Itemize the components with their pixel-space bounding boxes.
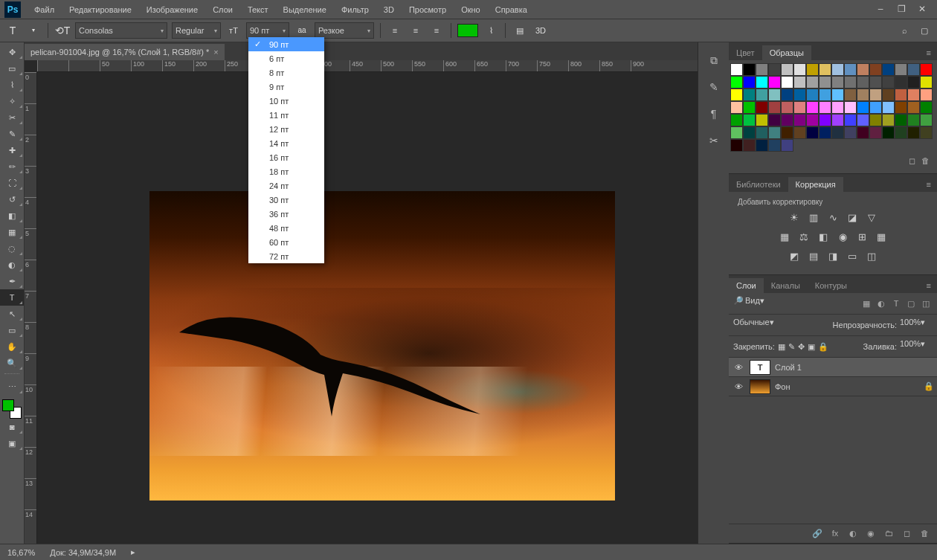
- font-size-option[interactable]: 36 пт: [248, 207, 324, 221]
- swatch[interactable]: [819, 63, 831, 76]
- panel-menu-icon[interactable]: ≡: [921, 278, 937, 293]
- color-chips[interactable]: [2, 399, 22, 419]
- tool-preset-arrow[interactable]: ▾: [25, 22, 42, 39]
- swatch[interactable]: [806, 101, 819, 114]
- swatch[interactable]: [907, 101, 920, 114]
- swatch[interactable]: [768, 63, 781, 76]
- swatch[interactable]: [756, 114, 768, 126]
- swatch[interactable]: [907, 126, 920, 139]
- threshold-icon[interactable]: ◨: [825, 249, 840, 263]
- blend-mode-combo[interactable]: Обычные▾: [733, 318, 830, 332]
- tab-channels[interactable]: Каналы: [764, 278, 808, 293]
- swatch[interactable]: [844, 88, 857, 101]
- marquee-tool[interactable]: ▭: [0, 60, 24, 77]
- layer-name[interactable]: Фон: [775, 382, 791, 391]
- align-left-icon[interactable]: ≡: [387, 22, 403, 39]
- layer-thumbnail[interactable]: T: [750, 360, 770, 375]
- menu-3d[interactable]: 3D: [376, 2, 402, 17]
- swatch[interactable]: [743, 101, 756, 114]
- type-tool[interactable]: T: [0, 289, 24, 306]
- exposure-icon[interactable]: ◪: [845, 210, 860, 224]
- swatch[interactable]: [844, 101, 857, 114]
- stamp-tool[interactable]: ⛶: [0, 175, 24, 191]
- swatch[interactable]: [907, 76, 920, 88]
- swatch[interactable]: [882, 114, 895, 126]
- font-size-option[interactable]: 90 пт: [248, 37, 324, 51]
- delete-swatch-icon[interactable]: 🗑: [921, 156, 930, 166]
- group-icon[interactable]: 🗀: [882, 529, 895, 538]
- swatch[interactable]: [756, 63, 768, 76]
- blur-tool[interactable]: ◌: [0, 240, 24, 257]
- layer-row[interactable]: 👁 Фон 🔒: [729, 377, 937, 396]
- swatch[interactable]: [730, 101, 743, 114]
- font-size-option[interactable]: 18 пт: [248, 164, 324, 178]
- swatch[interactable]: [907, 88, 920, 101]
- filter-smart-icon[interactable]: ◫: [919, 297, 933, 310]
- invert-icon[interactable]: ◩: [787, 249, 802, 263]
- swatch[interactable]: [730, 139, 743, 152]
- swatch[interactable]: [869, 114, 882, 126]
- doc-size[interactable]: Док: 34,9M/34,9M: [50, 548, 116, 557]
- visibility-icon[interactable]: 👁: [732, 382, 745, 391]
- eyedropper-tool[interactable]: ✎: [0, 126, 24, 142]
- swatch[interactable]: [756, 139, 768, 152]
- fill-combo[interactable]: 100%▾: [900, 339, 933, 354]
- curves-icon[interactable]: ∿: [825, 210, 840, 224]
- swatch[interactable]: [831, 88, 844, 101]
- swatch[interactable]: [768, 76, 781, 88]
- tab-color[interactable]: Цвет: [729, 45, 762, 60]
- levels-icon[interactable]: ▥: [806, 210, 821, 224]
- 3d-icon[interactable]: 3D: [532, 22, 549, 39]
- font-size-option[interactable]: 14 пт: [248, 136, 324, 150]
- document-tab[interactable]: pelican-901004.jpg @ 16,7% (Слой 1, RGB/…: [25, 44, 225, 60]
- font-size-option[interactable]: 16 пт: [248, 150, 324, 164]
- swatch[interactable]: [730, 88, 743, 101]
- swatch[interactable]: [895, 126, 907, 139]
- new-layer-icon[interactable]: ◻: [900, 529, 913, 538]
- swatch[interactable]: [730, 63, 743, 76]
- swatch[interactable]: [844, 63, 857, 76]
- swatch[interactable]: [882, 76, 895, 88]
- swatch[interactable]: [806, 88, 819, 101]
- bw-icon[interactable]: ◧: [816, 230, 831, 243]
- layer-row[interactable]: 👁 T Слой 1: [729, 358, 937, 377]
- brush-tool[interactable]: ✏: [0, 158, 24, 175]
- swatch[interactable]: [869, 101, 882, 114]
- tab-close-icon[interactable]: ×: [213, 48, 218, 57]
- align-center-icon[interactable]: ≡: [408, 22, 424, 39]
- menu-layer[interactable]: Слои: [205, 2, 240, 17]
- shape-tool[interactable]: ▭: [0, 322, 24, 338]
- font-size-option[interactable]: 6 пт: [248, 51, 324, 65]
- swatch[interactable]: [882, 88, 895, 101]
- swatch[interactable]: [768, 114, 781, 126]
- selcolor-icon[interactable]: ◫: [864, 249, 879, 263]
- crop-tool[interactable]: ✂: [0, 109, 24, 126]
- font-size-option[interactable]: 12 пт: [248, 122, 324, 136]
- swatch[interactable]: [882, 63, 895, 76]
- swatch[interactable]: [806, 63, 819, 76]
- ruler-vertical[interactable]: 01234567891011121314: [25, 72, 37, 544]
- posterize-icon[interactable]: ▤: [806, 249, 821, 263]
- status-arrow-icon[interactable]: ▸: [131, 547, 135, 557]
- filter-adj-icon[interactable]: ◐: [875, 297, 888, 310]
- edit-toolbar[interactable]: ⋯: [0, 379, 24, 395]
- eraser-tool[interactable]: ◧: [0, 207, 24, 224]
- heal-tool[interactable]: ✚: [0, 142, 24, 158]
- menu-window[interactable]: Окно: [454, 2, 488, 17]
- font-size-option[interactable]: 30 пт: [248, 193, 324, 207]
- font-size-option[interactable]: 8 пт: [248, 65, 324, 80]
- swatch[interactable]: [831, 101, 844, 114]
- quickmask-tool[interactable]: ◙: [0, 419, 24, 435]
- menu-edit[interactable]: Редактирование: [62, 2, 139, 17]
- swatch[interactable]: [895, 114, 907, 126]
- fx-icon[interactable]: fx: [828, 529, 842, 538]
- menu-file[interactable]: Файл: [27, 2, 62, 17]
- swatch[interactable]: [920, 101, 933, 114]
- swatch[interactable]: [743, 126, 756, 139]
- swatch[interactable]: [844, 114, 857, 126]
- tool-preset-icon[interactable]: T: [4, 22, 21, 39]
- swatch[interactable]: [920, 126, 933, 139]
- swatch[interactable]: [920, 88, 933, 101]
- link-icon[interactable]: 🔗: [811, 529, 824, 538]
- swatch[interactable]: [869, 126, 882, 139]
